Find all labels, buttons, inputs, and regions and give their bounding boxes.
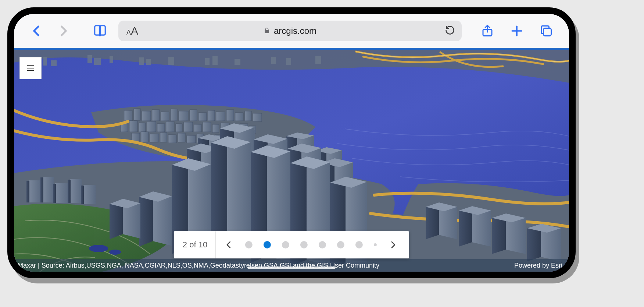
bookmarks-button[interactable]: [92, 23, 108, 39]
svg-rect-136: [68, 180, 71, 203]
svg-rect-129: [43, 177, 54, 202]
hamburger-icon: [26, 63, 35, 73]
reader-button[interactable]: A A: [126, 25, 138, 37]
svg-rect-9: [87, 55, 92, 63]
domain-text: arcgis.com: [274, 26, 316, 36]
pager-next-button[interactable]: [388, 237, 398, 252]
svg-rect-39: [147, 121, 156, 132]
map-viewport[interactable]: 2 of 10: [14, 48, 569, 272]
svg-rect-33: [235, 113, 243, 121]
device-frame: A A arcgis.com: [7, 7, 576, 278]
svg-rect-43: [184, 122, 193, 132]
address-bar-url: arcgis.com: [264, 26, 316, 36]
pager-dot-6[interactable]: [337, 241, 344, 248]
svg-rect-21: [124, 110, 132, 121]
svg-rect-12: [139, 57, 144, 65]
home-indicator: [247, 267, 336, 269]
svg-rect-135: [53, 184, 56, 203]
svg-rect-11: [110, 56, 113, 63]
svg-rect-19: [286, 58, 291, 65]
svg-rect-134: [40, 177, 43, 202]
svg-rect-56: [178, 133, 185, 142]
browser-toolbar: A A arcgis.com: [14, 14, 569, 48]
nav-arrows: [29, 23, 71, 39]
app-header-stripe: [14, 48, 569, 50]
svg-rect-41: [166, 121, 174, 132]
svg-rect-132: [83, 185, 96, 204]
svg-rect-20: [315, 56, 321, 64]
svg-rect-29: [198, 113, 207, 121]
svg-rect-16: [212, 56, 218, 65]
back-button[interactable]: [29, 23, 45, 39]
svg-point-63: [89, 245, 108, 252]
svg-rect-38: [139, 123, 146, 132]
svg-rect-128: [29, 180, 41, 202]
pager-dot-2[interactable]: [264, 241, 271, 248]
svg-rect-14: [168, 57, 174, 65]
pager-dot-3[interactable]: [282, 241, 289, 248]
svg-rect-35: [253, 113, 262, 121]
svg-rect-13: [146, 59, 151, 65]
svg-rect-15: [205, 58, 210, 65]
toolbar-right: [479, 23, 554, 39]
svg-rect-8: [51, 60, 57, 66]
svg-rect-44: [194, 124, 201, 132]
pager-prev-button[interactable]: [224, 237, 234, 252]
svg-rect-57: [187, 135, 196, 143]
tabs-button[interactable]: [538, 23, 554, 39]
pager-dot-more[interactable]: [374, 243, 377, 246]
svg-rect-42: [176, 124, 182, 132]
forward-button[interactable]: [55, 23, 71, 39]
svg-rect-31: [216, 112, 225, 121]
svg-rect-32: [226, 110, 234, 121]
svg-rect-37: [129, 121, 137, 132]
svg-rect-7: [43, 57, 47, 66]
svg-rect-27: [179, 111, 188, 121]
menu-button[interactable]: [20, 57, 41, 79]
svg-rect-53: [150, 134, 159, 142]
lock-icon: [264, 26, 270, 36]
attribution-powered-by[interactable]: Powered by Esri: [514, 262, 562, 269]
svg-rect-40: [157, 124, 165, 132]
svg-rect-46: [212, 124, 219, 133]
svg-rect-4: [544, 28, 551, 36]
pager-dot-4[interactable]: [300, 241, 308, 248]
svg-rect-137: [81, 186, 84, 204]
svg-rect-130: [55, 183, 68, 203]
svg-rect-54: [160, 133, 167, 142]
pager-dot-7[interactable]: [355, 241, 363, 248]
slide-pager: 2 of 10: [174, 231, 409, 258]
svg-rect-131: [70, 179, 82, 203]
attribution-bar: Maxar | Source: Airbus,USGS,NGA, NASA,CG…: [14, 259, 569, 272]
svg-rect-24: [152, 110, 160, 121]
share-button[interactable]: [479, 23, 495, 39]
svg-rect-17: [235, 59, 240, 65]
pager-label: 2 of 10: [180, 231, 216, 258]
svg-rect-26: [171, 109, 177, 121]
svg-rect-28: [190, 110, 197, 121]
svg-rect-55: [168, 135, 176, 143]
svg-rect-52: [141, 132, 149, 142]
refresh-button[interactable]: [445, 25, 455, 37]
svg-rect-133: [26, 181, 29, 202]
svg-rect-18: [271, 57, 276, 64]
pager-dots: [245, 241, 377, 248]
svg-rect-34: [245, 111, 251, 121]
svg-rect-30: [208, 110, 215, 121]
new-tab-button[interactable]: [509, 23, 525, 39]
svg-rect-10: [94, 58, 101, 65]
pager-dot-1[interactable]: [245, 241, 253, 248]
svg-rect-23: [142, 111, 151, 121]
pager-dot-5[interactable]: [319, 241, 326, 248]
svg-rect-25: [161, 112, 169, 121]
svg-rect-45: [203, 122, 211, 132]
svg-rect-22: [134, 109, 140, 120]
address-bar[interactable]: A A arcgis.com: [118, 21, 462, 41]
svg-point-64: [109, 250, 121, 255]
